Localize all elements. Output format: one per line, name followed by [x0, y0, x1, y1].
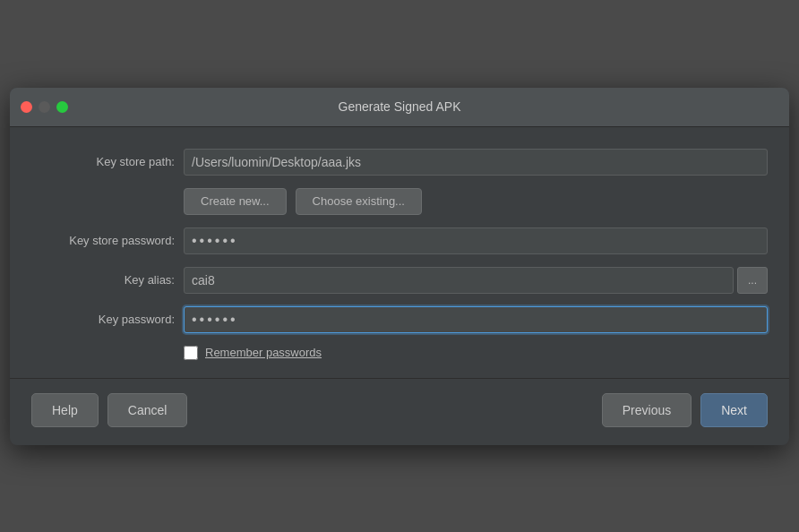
key-store-path-input[interactable]: [184, 149, 768, 176]
create-new-button[interactable]: Create new...: [184, 188, 287, 215]
cancel-button[interactable]: Cancel: [107, 393, 188, 427]
dialog-footer: Help Cancel Previous Next: [10, 378, 789, 445]
key-password-label: Key password:: [31, 313, 184, 326]
key-alias-input[interactable]: [184, 267, 734, 294]
key-store-path-row: Key store path:: [31, 149, 768, 176]
key-alias-browse-button[interactable]: ...: [737, 267, 768, 294]
key-store-password-input[interactable]: [184, 227, 768, 254]
previous-button[interactable]: Previous: [602, 393, 692, 427]
title-bar: Generate Signed APK: [10, 88, 789, 127]
generate-signed-apk-dialog: Generate Signed APK Key store path: Crea…: [10, 88, 789, 445]
key-store-path-label: Key store path:: [31, 155, 184, 168]
choose-existing-button[interactable]: Choose existing...: [296, 188, 422, 215]
maximize-button[interactable]: [56, 101, 68, 113]
key-password-row: Key password:: [31, 306, 768, 333]
key-store-password-label: Key store password:: [31, 234, 184, 247]
dialog-body: Key store path: Create new... Choose exi…: [10, 127, 789, 378]
remember-passwords-row: Remember passwords: [184, 346, 768, 360]
footer-left-buttons: Help Cancel: [31, 393, 187, 427]
remember-passwords-checkbox[interactable]: [184, 346, 198, 360]
footer-right-buttons: Previous Next: [602, 393, 768, 427]
remember-passwords-label[interactable]: Remember passwords: [205, 346, 322, 359]
keystore-action-buttons: Create new... Choose existing...: [184, 188, 768, 215]
key-store-password-row: Key store password:: [31, 227, 768, 254]
key-alias-label: Key alias:: [31, 273, 184, 287]
key-password-input[interactable]: [184, 306, 768, 333]
window-controls: [21, 101, 68, 113]
close-button[interactable]: [21, 101, 32, 113]
dialog-title: Generate Signed APK: [339, 99, 461, 114]
key-alias-input-group: ...: [184, 267, 768, 294]
key-alias-row: Key alias: ...: [31, 267, 768, 294]
next-button[interactable]: Next: [700, 393, 768, 427]
minimize-button[interactable]: [39, 101, 50, 113]
help-button[interactable]: Help: [31, 393, 99, 427]
